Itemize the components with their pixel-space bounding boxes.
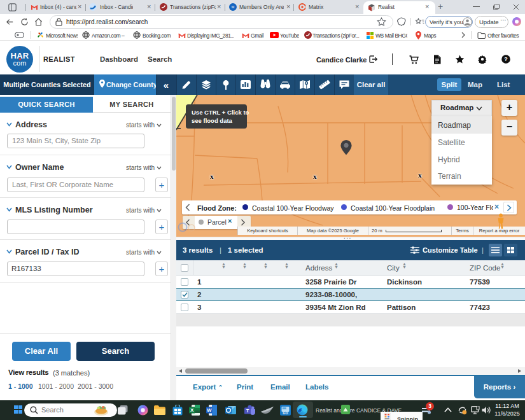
svg-text:«: «: [164, 80, 169, 90]
svg-text:T: T: [246, 408, 249, 414]
svg-text:GO: GO: [283, 411, 288, 415]
svg-text:W: W: [207, 407, 212, 413]
svg-text:?: ?: [504, 55, 508, 62]
svg-text:X: X: [190, 407, 194, 413]
svg-text:M: M: [232, 5, 235, 9]
